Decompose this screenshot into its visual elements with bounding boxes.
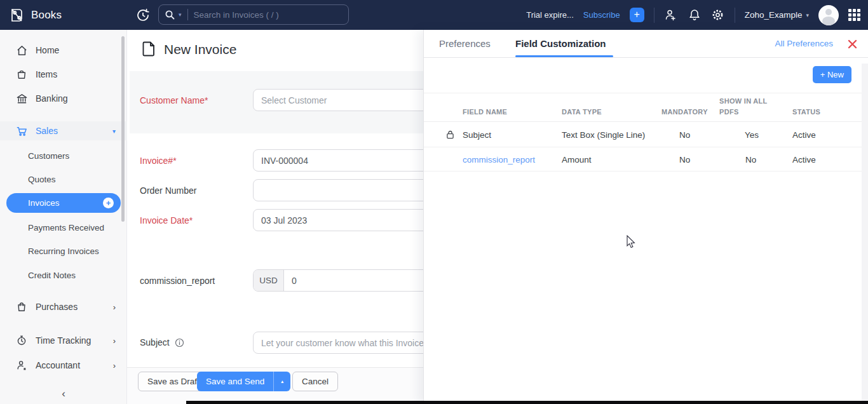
add-invoice-icon[interactable]: + bbox=[103, 198, 114, 208]
bottom-black-bar bbox=[186, 401, 868, 404]
apps-grid-icon[interactable] bbox=[848, 9, 860, 21]
sidebar-collapse-button[interactable]: ‹ bbox=[0, 383, 127, 404]
sidebar-item-quotes[interactable]: Quotes bbox=[0, 170, 127, 189]
save-and-send-button[interactable]: Save and Send ▴ bbox=[197, 372, 290, 391]
org-caret-icon: ▾ bbox=[806, 12, 809, 18]
info-icon[interactable] bbox=[175, 338, 184, 347]
tab-preferences[interactable]: Preferences bbox=[439, 30, 491, 58]
subscribe-link[interactable]: Subscribe bbox=[583, 10, 620, 20]
table-row[interactable]: Subject Text Box (Single Line) No Yes Ac… bbox=[424, 122, 868, 147]
lock-icon bbox=[446, 130, 454, 139]
items-icon bbox=[15, 68, 28, 81]
sidebar-item-sales[interactable]: Sales ▾ bbox=[0, 121, 127, 140]
col-status: STATUS bbox=[792, 108, 820, 116]
search-divider bbox=[187, 9, 188, 20]
cell-data-type: Text Box (Single Line) bbox=[562, 130, 645, 139]
sidebar-item-invoices[interactable]: Invoices + bbox=[6, 193, 121, 213]
topbar-divider bbox=[654, 8, 654, 23]
cell-status: Active bbox=[792, 130, 816, 139]
new-field-button[interactable]: + New bbox=[813, 66, 851, 83]
commission-amount-input[interactable] bbox=[284, 270, 423, 291]
subject-input[interactable] bbox=[253, 332, 423, 354]
chevron-left-icon: ‹ bbox=[62, 387, 65, 400]
sidebar-item-label: Purchases bbox=[36, 302, 78, 312]
global-search[interactable]: ▾ bbox=[158, 4, 349, 25]
quick-create-button[interactable]: + bbox=[630, 8, 644, 22]
cell-field-name: Subject bbox=[463, 130, 491, 139]
org-name-label: Zoho_Example bbox=[745, 10, 803, 20]
sidebar-item-label: Sales bbox=[36, 126, 58, 136]
table-row[interactable]: commission_report Amount No No Active bbox=[424, 147, 868, 172]
org-switcher[interactable]: Zoho_Example ▾ bbox=[745, 10, 809, 20]
cell-mandatory: No bbox=[679, 130, 690, 139]
order-number-label: Order Number bbox=[140, 185, 196, 196]
sidebar-item-label: Home bbox=[36, 45, 59, 55]
form-footer: Save as Draft Save and Send ▴ Cancel bbox=[127, 367, 423, 404]
col-data-type: DATA TYPE bbox=[562, 108, 602, 116]
tab-field-customization[interactable]: Field Customization bbox=[515, 30, 606, 58]
customer-select-input[interactable] bbox=[253, 89, 423, 111]
cell-show-in-pdfs: No bbox=[745, 154, 756, 164]
sidebar-item-label: Items bbox=[36, 69, 57, 79]
sidebar-item-home[interactable]: Home bbox=[0, 41, 127, 60]
sidebar-item-label: Recurring Invoices bbox=[28, 246, 99, 256]
sidebar-item-credit-notes[interactable]: Credit Notes bbox=[0, 266, 127, 285]
sidebar-item-label: Invoices bbox=[28, 198, 60, 208]
cell-field-name-link[interactable]: commission_report bbox=[463, 154, 535, 164]
topbar: Books ▾ Trial expire... Subscribe + bbox=[0, 0, 868, 30]
sidebar-item-label: Banking bbox=[36, 93, 68, 104]
stopwatch-icon bbox=[15, 334, 28, 347]
sidebar-item-label: Quotes bbox=[28, 175, 56, 184]
invoice-date-label: Invoice Date* bbox=[140, 215, 193, 226]
customer-name-label: Customer Name* bbox=[140, 95, 208, 105]
close-icon[interactable] bbox=[847, 39, 858, 50]
panel-tab-bar: Preferences Field Customization All Pref… bbox=[424, 30, 868, 58]
refer-users-icon[interactable] bbox=[664, 8, 678, 22]
app-title: Books bbox=[31, 9, 62, 22]
sidebar-item-customers[interactable]: Customers bbox=[0, 146, 127, 165]
cell-status: Active bbox=[792, 154, 816, 164]
purchases-bag-icon bbox=[15, 300, 28, 313]
sidebar-item-label: Accountant bbox=[36, 360, 80, 370]
sidebar-item-purchases[interactable]: Purchases › bbox=[0, 297, 127, 316]
panel-scrollbar-track[interactable] bbox=[862, 64, 868, 404]
search-icon bbox=[165, 10, 175, 20]
col-field-name: FIELD NAME bbox=[463, 108, 507, 116]
search-input[interactable] bbox=[194, 10, 321, 20]
notifications-bell-icon[interactable] bbox=[688, 8, 702, 22]
save-and-send-label[interactable]: Save and Send bbox=[197, 372, 273, 391]
cancel-button[interactable]: Cancel bbox=[292, 372, 338, 391]
bank-icon bbox=[15, 92, 28, 105]
sidebar-item-label: Customers bbox=[28, 151, 69, 161]
commission-amount-field: USD bbox=[253, 269, 423, 292]
currency-code-prefix[interactable]: USD bbox=[254, 270, 284, 291]
page-title: New Invoice bbox=[164, 42, 236, 57]
sidebar-item-recurring-invoices[interactable]: Recurring Invoices bbox=[0, 241, 127, 260]
field-customization-panel: Preferences Field Customization All Pref… bbox=[423, 30, 868, 404]
sidebar-item-items[interactable]: Items bbox=[0, 65, 127, 84]
all-preferences-link[interactable]: All Preferences bbox=[775, 30, 833, 58]
user-avatar[interactable] bbox=[818, 5, 839, 25]
sidebar-item-label: Time Tracking bbox=[36, 335, 91, 346]
invoice-number-label: Invoice#* bbox=[140, 156, 177, 166]
sidebar-item-label: Payments Received bbox=[28, 223, 104, 232]
recent-history-icon[interactable] bbox=[135, 8, 151, 23]
invoice-number-input[interactable] bbox=[253, 149, 423, 172]
invoice-date-input[interactable] bbox=[253, 209, 423, 231]
sidebar-item-payments-received[interactable]: Payments Received bbox=[0, 218, 127, 237]
sidebar-item-time-tracking[interactable]: Time Tracking › bbox=[0, 331, 127, 350]
cell-data-type: Amount bbox=[562, 154, 592, 164]
sidebar-scrollbar[interactable] bbox=[121, 36, 125, 222]
search-scope-caret-icon[interactable]: ▾ bbox=[179, 11, 182, 18]
sidebar-item-accountant[interactable]: Accountant › bbox=[0, 356, 127, 375]
order-number-input[interactable] bbox=[253, 179, 423, 201]
table-header-row: FIELD NAME DATA TYPE MANDATORY SHOW IN A… bbox=[424, 93, 868, 122]
home-icon bbox=[15, 44, 28, 57]
cell-mandatory: No bbox=[679, 154, 690, 164]
app-logo[interactable]: Books bbox=[9, 0, 62, 30]
sidebar-item-banking[interactable]: Banking bbox=[0, 89, 127, 108]
settings-gear-icon[interactable] bbox=[711, 8, 725, 22]
save-options-caret-icon[interactable]: ▴ bbox=[273, 372, 290, 391]
invoice-document-icon bbox=[141, 41, 156, 57]
chevron-down-icon[interactable]: ▾ bbox=[112, 128, 116, 135]
